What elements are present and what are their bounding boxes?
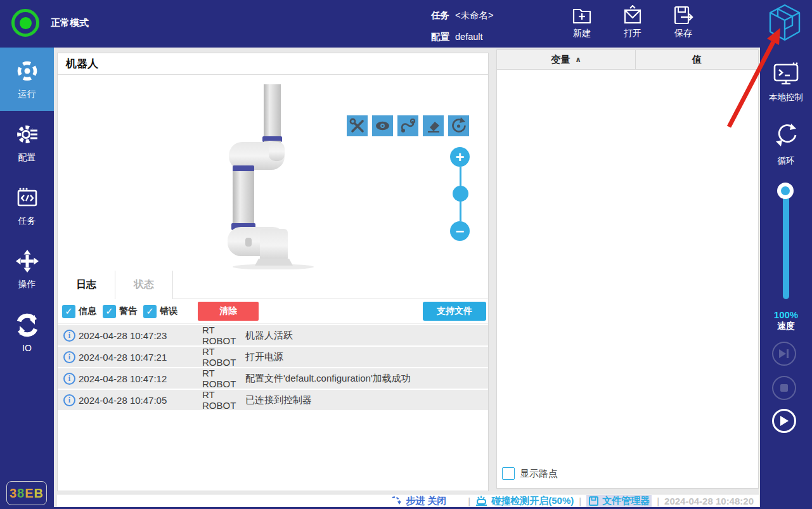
file-manager-label: 文件管理器 <box>602 495 650 507</box>
local-control-label: 本地控制 <box>760 92 812 103</box>
log-source: RT ROBOT <box>202 368 244 389</box>
log-row[interactable]: i 2024-04-28 10:47:21 RT ROBOT 打开电源 <box>58 347 488 367</box>
collision-icon <box>475 495 488 506</box>
log-source: RT ROBOT <box>202 346 244 368</box>
viewport-zoom-control: + − <box>450 147 470 241</box>
robot-panel-title: 机器人 <box>66 56 98 71</box>
sort-ascending-icon: ∧ <box>575 55 581 64</box>
save-task-label: 保存 <box>663 28 704 39</box>
task-label: 任务 <box>431 7 455 23</box>
open-task-label: 打开 <box>612 28 653 39</box>
tab-log[interactable]: 日志 <box>58 271 115 299</box>
filter-info-checkbox[interactable]: ✓ <box>62 305 75 318</box>
zoom-in-button[interactable]: + <box>450 147 470 167</box>
open-task-button[interactable]: 打开 <box>612 5 653 39</box>
view-visibility-button[interactable] <box>372 115 393 136</box>
log-message: 配置文件'default.configuration'加载成功 <box>245 373 411 385</box>
speed-percent-value: 100% <box>760 309 812 320</box>
file-manager-icon <box>588 496 599 506</box>
filter-warning-checkbox[interactable]: ✓ <box>103 305 116 318</box>
task-config-block: 任务 <未命名> 配置 default <box>431 7 493 50</box>
view-path-button[interactable] <box>397 115 418 136</box>
robot-arm-render <box>210 79 349 269</box>
column-header-variable[interactable]: 变量 ∧ <box>497 50 636 69</box>
separator: | <box>657 496 659 506</box>
nav-item-run-label: 运行 <box>18 89 36 100</box>
loop-cycle-icon <box>772 121 800 149</box>
loop-label: 循环 <box>760 155 812 167</box>
log-row[interactable]: i 2024-04-28 10:47:05 RT ROBOT 已连接到控制器 <box>58 390 488 410</box>
separator: | <box>468 496 470 506</box>
terminal-icon <box>772 61 800 86</box>
eraser-icon <box>423 115 444 136</box>
speed-slider-handle[interactable] <box>777 183 794 199</box>
right-control-sidebar: 本地控制 循环 100% 速度 <box>760 48 812 509</box>
robot-3d-viewport[interactable]: + − <box>58 75 488 271</box>
mode-label: 正常模式 <box>51 17 89 29</box>
nav-item-config[interactable]: 配置 <box>0 111 54 174</box>
code-window-icon <box>15 185 40 210</box>
clear-log-button[interactable]: 清除 <box>198 302 259 321</box>
support-files-button[interactable]: 支持文件 <box>423 302 486 321</box>
tools-icon <box>347 115 368 136</box>
robot-panel-header: 机器人 <box>58 53 488 75</box>
stop-icon <box>779 383 789 393</box>
zoom-out-button[interactable]: − <box>450 221 470 241</box>
nav-item-run[interactable]: 运行 <box>0 48 54 111</box>
new-task-button[interactable]: 新建 <box>562 5 602 39</box>
column-header-value[interactable]: 值 <box>636 50 758 69</box>
io-cycle-icon <box>15 312 40 338</box>
robot-teach-pendant-app: 正常模式 任务 <未命名> 配置 default 新建 <box>0 0 812 509</box>
file-manager-button[interactable]: 文件管理器 <box>586 495 652 507</box>
top-bar: 正常模式 任务 <未命名> 配置 default 新建 <box>0 0 812 48</box>
variables-panel: 变量 ∧ 值 显示路点 <box>496 49 759 489</box>
show-waypoints-checkbox[interactable] <box>502 467 515 480</box>
step-mode-status[interactable]: 步进 关闭 <box>391 495 446 507</box>
speed-slider-track[interactable] <box>783 190 789 299</box>
step-arrow-icon <box>391 496 403 506</box>
info-icon: i <box>63 394 75 406</box>
eye-icon <box>372 115 393 136</box>
zoom-slider-track[interactable] <box>460 167 461 221</box>
nav-item-io[interactable]: IO <box>0 301 54 364</box>
nav-item-task[interactable]: 任务 <box>0 174 54 238</box>
skip-next-icon <box>778 348 790 359</box>
value-column-label: 值 <box>692 54 702 66</box>
log-status-tabbar: 日志 状态 <box>58 271 488 299</box>
view-rotate-button[interactable] <box>448 115 469 136</box>
log-list: i 2024-04-28 10:47:23 RT ROBOT 机器人活跃 i 2… <box>58 324 488 410</box>
save-task-button[interactable]: 保存 <box>663 5 704 39</box>
check-icon: ✓ <box>105 306 113 317</box>
collision-detection-label: 碰撞检测开启(50%) <box>491 495 574 507</box>
badge-char: 3 <box>10 486 17 501</box>
log-source: RT ROBOT <box>202 389 244 411</box>
log-message: 已连接到控制器 <box>245 394 312 406</box>
check-icon: ✓ <box>146 306 154 317</box>
collision-detection-status[interactable]: 碰撞检测开启(50%) <box>475 495 574 507</box>
plus-icon: + <box>455 150 464 165</box>
config-label: 配置 <box>431 29 455 45</box>
step-forward-button[interactable] <box>772 342 796 366</box>
move-arrows-icon <box>15 248 40 274</box>
play-button[interactable] <box>772 409 796 433</box>
zoom-slider-handle[interactable] <box>453 186 468 202</box>
log-row[interactable]: i 2024-04-28 10:47:23 RT ROBOT 机器人活跃 <box>58 325 488 345</box>
tab-status[interactable]: 状态 <box>115 271 173 299</box>
local-control-button[interactable]: 本地控制 <box>760 61 812 103</box>
status-bar: 步进 关闭 | 碰撞检测开启(50%) | 文件管理器 | 2024-04-28… <box>57 494 759 507</box>
status-ring-icon <box>11 9 39 37</box>
view-settings-button[interactable] <box>347 115 368 136</box>
safety-code-badge: 3 8 E B <box>6 481 47 505</box>
save-disk-icon <box>673 5 694 25</box>
filter-error-checkbox[interactable]: ✓ <box>143 305 157 318</box>
loop-button[interactable]: 循环 <box>760 121 812 167</box>
route-path-icon <box>397 115 418 136</box>
stop-button[interactable] <box>772 376 796 400</box>
nav-item-task-label: 任务 <box>18 216 36 227</box>
log-message: 打开电源 <box>245 351 283 363</box>
status-dot-icon <box>20 17 32 29</box>
nav-item-operate[interactable]: 操作 <box>0 238 54 301</box>
log-row[interactable]: i 2024-04-28 10:47:12 RT ROBOT 配置文件'defa… <box>58 368 488 389</box>
config-value: default <box>455 29 483 45</box>
view-erase-button[interactable] <box>423 115 444 136</box>
